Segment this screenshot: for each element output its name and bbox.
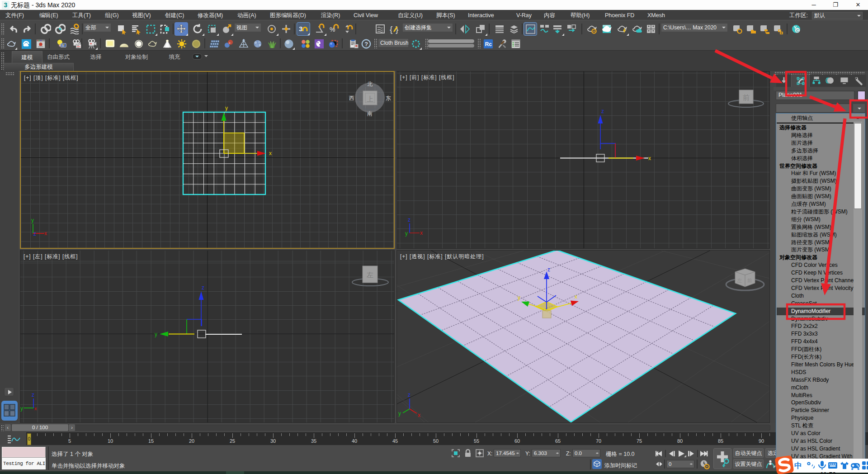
next-key-button[interactable]: › (69, 424, 75, 431)
scrollbar-thumb[interactable] (854, 123, 862, 209)
dropdown-item[interactable]: UV as HSL Gradient (777, 445, 857, 453)
select-and-place-button[interactable] (220, 22, 233, 36)
select-object-button[interactable] (115, 22, 128, 36)
key-mode-toggle[interactable] (656, 461, 663, 467)
camera-lister-button[interactable] (68, 38, 86, 50)
dropdown-item[interactable]: FFD(长方体) (777, 353, 857, 361)
viewport-front[interactable]: zx前zyx [+] [前] [标准] [线框] (396, 71, 770, 249)
curve-editor-button[interactable] (524, 22, 537, 36)
menu-item-15[interactable]: V-Ray (516, 10, 532, 20)
dropdown-item[interactable]: 体积选择 (777, 155, 857, 162)
viewcube[interactable]: 左 (352, 266, 388, 286)
sogou-logo-icon[interactable] (774, 455, 795, 474)
menu-item-9[interactable]: 图形编辑器(D) (270, 10, 306, 20)
menu-item-13[interactable]: 脚本(S) (436, 10, 455, 20)
cone-light-button[interactable] (161, 38, 173, 50)
spinner-snap-button[interactable] (341, 22, 354, 36)
align-button[interactable] (474, 22, 487, 36)
dropdown-item-selected[interactable]: DynamoModifier (777, 308, 865, 315)
ribbon-dropdown-icon[interactable] (204, 55, 208, 59)
color-balls-button[interactable] (299, 38, 311, 50)
selection-lock-toggle[interactable] (464, 449, 472, 458)
mirror-button[interactable] (458, 22, 472, 36)
x-coordinate-field[interactable]: 17.4545 (494, 449, 521, 457)
dropdown-item[interactable]: 点缓存 (WSM) (777, 200, 857, 208)
render-production-button[interactable] (615, 22, 629, 36)
dropdown-item[interactable]: Hair 和 Fur (WSM) (777, 170, 857, 177)
graphite-ribbon-button[interactable] (507, 22, 521, 36)
manage-layers-button[interactable] (493, 22, 506, 36)
menu-item-4[interactable]: 组(G) (105, 10, 119, 20)
panel-tab-hierarchy[interactable] (810, 74, 823, 87)
render-gallery-button[interactable] (644, 22, 658, 36)
viewport-label[interactable]: [+] [顶] [标准] [线框] (24, 74, 79, 82)
menu-item-2[interactable]: 编辑(E) (39, 10, 58, 20)
viewcube[interactable]: 前 (728, 90, 764, 107)
percent-snap-button[interactable]: % (327, 22, 341, 36)
redo-button[interactable] (21, 22, 34, 36)
menu-item-11[interactable]: Civil View (354, 10, 378, 20)
help-button[interactable]: ? (360, 38, 372, 50)
mini-listener-field[interactable]: Testing for ALI (2, 458, 46, 469)
add-time-tag-icon[interactable] (592, 459, 602, 469)
next-frame-button[interactable] (688, 450, 695, 457)
dropdown-item[interactable]: CFD Keep N Vertices (777, 269, 857, 277)
big-sphere-button[interactable] (283, 38, 295, 50)
toolbar-grip[interactable] (1, 38, 5, 49)
time-slider-channel[interactable] (4, 425, 770, 431)
viewport-top[interactable]: yx上北东南西yxz [+] [顶] [标准] [线框] (20, 71, 395, 249)
undo-button[interactable] (6, 22, 20, 36)
scale-button[interactable] (205, 22, 219, 36)
dropdown-item[interactable]: 路径变形 (WSM) (777, 239, 857, 246)
render-in-cloud-button[interactable] (630, 22, 644, 36)
unlink-selection-button[interactable] (53, 22, 67, 36)
dropdown-item[interactable]: 置换网格 (WSM) (777, 223, 857, 231)
grass-button[interactable] (266, 38, 278, 50)
viewcube[interactable]: 上北东南西 (349, 81, 391, 117)
palette-button[interactable] (313, 38, 325, 50)
dropdown-item[interactable]: 曲面贴图 (WSM) (777, 193, 857, 200)
app-cloud-button[interactable] (20, 38, 32, 50)
go-to-end-button[interactable] (700, 450, 708, 457)
toolbar-named-sets-combo[interactable]: 创建选择集 (402, 23, 453, 32)
toolbar-project-path-combo[interactable]: C:\Users\… Max 2020 (661, 23, 728, 32)
panel-tab-motion[interactable] (823, 74, 836, 87)
brush-dots-button[interactable] (410, 38, 422, 50)
prev-key-button[interactable]: ‹ (5, 424, 11, 431)
rendered-frame-mini-button[interactable] (34, 38, 47, 50)
dropdown-item[interactable]: 摄影机贴图 (WSM) (777, 177, 857, 185)
dome-light-button[interactable] (118, 38, 130, 50)
dropdown-item[interactable]: 细分 (WSM) (777, 216, 857, 223)
dropdown-item[interactable]: STL 检查 (777, 422, 857, 430)
use-pivot-center-button[interactable] (265, 22, 278, 36)
ime-gamepad-icon[interactable] (850, 460, 861, 471)
toolbar-brush-preset-combo[interactable]: Cloth Brushe (378, 38, 409, 47)
dropdown-item[interactable]: MultiRes (777, 392, 857, 399)
particle-array-button[interactable] (208, 38, 220, 50)
flower-ball-button[interactable] (251, 38, 264, 50)
object-name-field[interactable]: Plane001 (776, 91, 854, 100)
viewport-label[interactable]: [+] [透视] [标准] [默认明暗处理] (400, 253, 484, 261)
render-setup-button[interactable] (585, 22, 599, 36)
menu-item-1[interactable]: 文件(F) (5, 10, 24, 20)
ribbon-minimize-button[interactable] (192, 53, 202, 60)
teapot-outline-button[interactable] (5, 38, 17, 50)
macro-recorder-field[interactable] (2, 447, 46, 458)
ribbon-tab-4[interactable]: 对象绘制 (117, 51, 156, 63)
menu-item-14[interactable]: Interactive (468, 10, 494, 20)
snaps-toggle-button[interactable]: 3 (297, 22, 310, 36)
dropdown-item[interactable]: Cloth (777, 292, 857, 300)
window-crossing-button[interactable] (158, 22, 172, 36)
dropdown-item[interactable]: CFD Color Vertices (777, 261, 857, 269)
dropdown-item[interactable]: OpenSubdiv (777, 399, 857, 407)
ime-skin-icon[interactable] (839, 460, 850, 471)
ribbon-subtab-polymodeling[interactable]: 多边形建模 (4, 63, 74, 71)
menu-item-7[interactable]: 修改器(M) (198, 10, 223, 20)
rect-light-button[interactable] (104, 38, 116, 50)
viewport-label[interactable]: [+] [前] [标准] [线框] (400, 74, 455, 81)
dropdown-item[interactable]: 贴图缩放器 (WSM) (777, 231, 857, 239)
toolbar-grip[interactable] (425, 38, 428, 48)
clipboard-copy-button[interactable] (348, 38, 360, 50)
auto-key-button[interactable]: 自动关键点 (733, 448, 764, 458)
dropdown-item[interactable]: Physique (777, 414, 857, 422)
